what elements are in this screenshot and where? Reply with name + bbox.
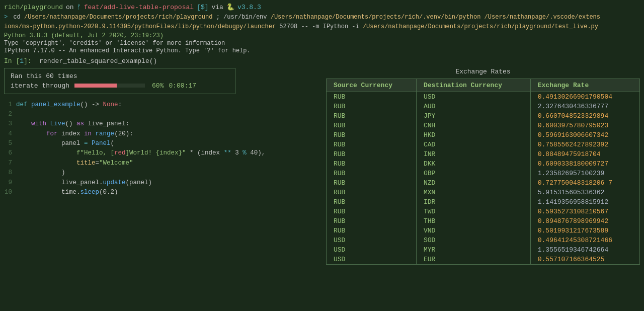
table-row: RUBTHB0.8948767898969942 <box>327 216 640 226</box>
table-row: USDSGD0.49641245308721466 <box>327 236 640 245</box>
td-rate-17: 0.557107166364525 <box>530 255 639 265</box>
td-source-17: USD <box>327 255 417 265</box>
on-label: on <box>66 4 74 11</box>
cmd-cd: cd <box>13 14 24 21</box>
table-row: USDEUR0.557107166364525 <box>327 255 640 265</box>
line-num-5: 5 <box>4 139 12 148</box>
table-row: RUBINR0.88489475918704 <box>327 149 640 159</box>
progress-ran-label: Ran this 60 times <box>11 72 229 80</box>
table-row: RUBJPY0.6607048523329894 <box>327 111 640 121</box>
in-number: 1 <box>20 57 24 65</box>
td-rate-13: 0.8948767898969942 <box>530 216 639 226</box>
td-source-12: RUB <box>327 207 417 216</box>
in-label: In [ <box>4 57 20 65</box>
td-dest-13: THB <box>416 216 530 226</box>
td-source-7: RUB <box>327 159 417 169</box>
td-source-3: RUB <box>327 121 417 130</box>
td-source-5: RUB <box>327 140 417 149</box>
table-row: RUBDKK0.6090338180009727 <box>327 159 640 169</box>
cmd-line: > cd /Users/nathanpage/Documents/project… <box>4 13 640 22</box>
td-rate-12: 0.5935273108210567 <box>530 207 639 216</box>
left-panel: Ran this 60 times iterate through 60% 0:… <box>4 68 316 265</box>
code-line-10: 10 time.sleep(0.2) <box>4 188 316 197</box>
table-row: USDMYR1.3556519346742664 <box>327 245 640 255</box>
td-dest-5: CAD <box>416 140 530 149</box>
code-line-3: 3 with Live() as live_panel: <box>4 119 316 129</box>
code-line-7: 7 title="Welcome" <box>4 159 316 168</box>
td-source-9: RUB <box>327 178 417 188</box>
td-source-0: RUB <box>327 92 417 102</box>
table-row: RUBIDR1.1419356958815912 <box>327 197 640 207</box>
progress-box: Ran this 60 times iterate through 60% 0:… <box>4 68 235 94</box>
code-line-5: 5 panel = Panel( <box>4 139 316 148</box>
td-dest-14: VND <box>416 226 530 236</box>
th-source: Source Currency <box>327 79 417 92</box>
line-num-2: 2 <box>4 110 12 119</box>
table-row: RUBTWD0.5935273108210567 <box>327 207 640 216</box>
in-prompt: In [1]: render_table_squared_example() <box>4 57 640 65</box>
td-rate-11: 1.1419356958815912 <box>530 197 639 207</box>
dir-label: rich/playground <box>4 4 63 11</box>
td-dest-7: DKK <box>416 159 530 169</box>
table-row: RUBVND0.5019931217673589 <box>327 226 640 236</box>
exchange-table: Source Currency Destination Currency Exc… <box>326 79 640 265</box>
line-num-4: 4 <box>4 129 12 139</box>
td-source-2: RUB <box>327 111 417 121</box>
iterate-label: iterate through <box>11 82 69 90</box>
info-line2: Type 'copyright', 'credits' or 'license'… <box>4 40 640 47</box>
main-content: Ran this 60 times iterate through 60% 0:… <box>4 68 640 265</box>
td-dest-8: GBP <box>416 169 530 178</box>
progress-bar <box>74 84 145 88</box>
code-area: 1 def panel_example() -> None: 2 3 with … <box>4 100 316 198</box>
branch-icon: ᚠ <box>77 4 81 11</box>
td-rate-7: 0.6090338180009727 <box>530 159 639 169</box>
td-rate-10: 5.915315605336362 <box>530 188 639 197</box>
th-dest: Destination Currency <box>416 79 530 92</box>
td-dest-1: AUD <box>416 102 530 111</box>
td-rate-3: 0.6003975780795023 <box>530 121 639 130</box>
progress-percent: 60% <box>152 82 164 90</box>
td-rate-16: 1.3556519346742664 <box>530 245 639 255</box>
th-rate: Exchange Rate <box>530 79 639 92</box>
td-dest-6: INR <box>416 149 530 159</box>
progress-bar-fill <box>74 84 117 88</box>
via-label: via <box>211 4 223 11</box>
line-num-10: 10 <box>4 188 12 197</box>
td-rate-9: 0.727750048318206 7 <box>530 178 639 188</box>
td-rate-8: 1.235826957100239 <box>530 169 639 178</box>
python-icon: 🐍 <box>226 3 234 11</box>
table-row: RUBUSD0.49130266901790504 <box>327 92 640 102</box>
td-rate-15: 0.49641245308721466 <box>530 236 639 245</box>
table-row: RUBGBP1.235826957100239 <box>327 169 640 178</box>
td-source-4: RUB <box>327 130 417 140</box>
td-dest-12: TWD <box>416 207 530 216</box>
td-dest-0: USD <box>416 92 530 102</box>
table-row: RUBMXN5.915315605336362 <box>327 188 640 197</box>
td-dest-10: MXN <box>416 188 530 197</box>
td-source-14: RUB <box>327 226 417 236</box>
table-row: RUBCNH0.6003975780795023 <box>327 121 640 130</box>
info-line3: IPython 7.17.0 -- An enhanced Interactiv… <box>4 47 640 54</box>
dollar-sign: [$] <box>197 4 208 11</box>
td-dest-16: MYR <box>416 245 530 255</box>
top-bar: rich/playground on ᚠ feat/add-live-table… <box>4 3 640 11</box>
td-rate-0: 0.49130266901790504 <box>530 92 639 102</box>
line-num-8: 8 <box>4 168 12 178</box>
td-dest-17: EUR <box>416 255 530 265</box>
code-line-9: 9 live_panel.update(panel) <box>4 178 316 188</box>
td-dest-11: IDR <box>416 197 530 207</box>
table-row: RUBCAD0.7585562427892392 <box>327 140 640 149</box>
td-source-6: RUB <box>327 149 417 159</box>
code-line-6: 6 f"Hello, [red]World! {index}" * (index… <box>4 148 316 158</box>
cmd-line2: ions/ms-python.python-2020.9.114305/pyth… <box>4 23 640 31</box>
cmd-path: /Users/nathanpage/Documents/projects/ric… <box>24 14 212 21</box>
td-dest-4: HKD <box>416 130 530 140</box>
td-dest-2: JPY <box>416 111 530 121</box>
td-source-11: RUB <box>327 197 417 207</box>
td-source-8: RUB <box>327 169 417 178</box>
td-rate-4: 0.5969163006607342 <box>530 130 639 140</box>
info-line1: Python 3.8.3 (default, Jul 2 2020, 23:19… <box>4 32 640 39</box>
td-source-1: RUB <box>327 102 417 111</box>
table-row: RUBHKD0.5969163006607342 <box>327 130 640 140</box>
line-num-7: 7 <box>4 159 12 168</box>
